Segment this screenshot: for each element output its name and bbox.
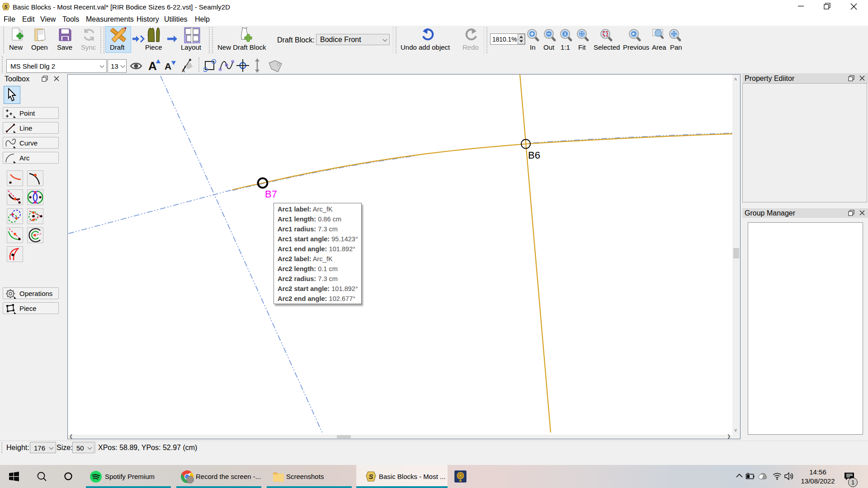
svg-text:S: S	[368, 473, 373, 480]
svg-text:A: A	[182, 68, 185, 73]
svg-text:1: 1	[564, 32, 566, 36]
svg-text:S: S	[4, 4, 8, 9]
